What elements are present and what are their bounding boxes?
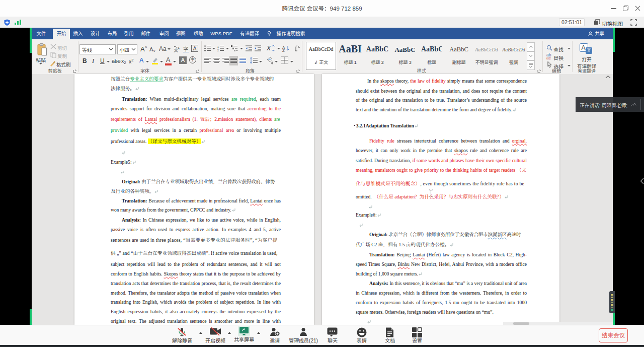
svg-text:A: A [178, 47, 180, 50]
svg-text:字: 字 [183, 46, 188, 52]
svg-text:X: X [267, 45, 271, 52]
svg-text:Z: Z [282, 48, 285, 52]
svg-text:1: 1 [217, 45, 219, 48]
svg-text:A: A [582, 44, 586, 51]
svg-text:2: 2 [217, 49, 219, 52]
